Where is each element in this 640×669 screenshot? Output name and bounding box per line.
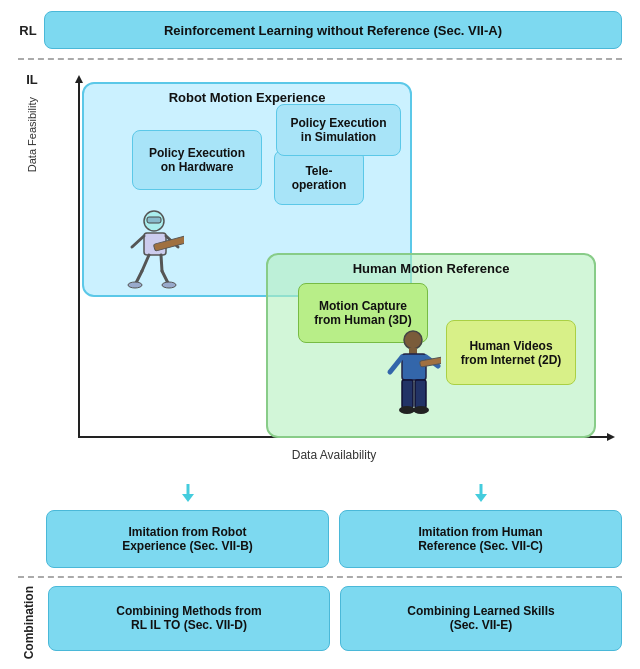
human-motion-title: Human Motion Reference (268, 261, 594, 276)
human-videos-text: Human Videos from Internet (2D) (461, 339, 562, 367)
svg-rect-13 (409, 348, 417, 354)
combining-skills-text: Combining Learned Skills (Sec. VII-E) (407, 604, 554, 632)
svg-point-12 (404, 331, 422, 349)
imitation-row: Imitation from Robot Experience (Sec. VI… (18, 510, 622, 568)
combining-methods-box: Combining Methods from RL IL TO (Sec. VI… (48, 586, 330, 651)
main-container: RL Reinforcement Learning without Refere… (0, 0, 640, 669)
svg-rect-18 (402, 380, 413, 408)
svg-marker-25 (475, 494, 487, 502)
rl-il-separator (18, 58, 622, 60)
down-arrow-icon-right (471, 484, 491, 502)
arrow-down-right (339, 484, 622, 502)
combination-row: Combining Methods from RL IL TO (Sec. VI… (40, 586, 622, 651)
svg-line-15 (390, 357, 402, 372)
svg-point-21 (413, 406, 429, 414)
svg-point-20 (399, 406, 415, 414)
y-axis (78, 78, 80, 436)
imitation-human-box: Imitation from Human Reference (Sec. VII… (339, 510, 622, 568)
combining-methods-text: Combining Methods from RL IL TO (Sec. VI… (116, 604, 261, 632)
policy-hw-text: Policy Execution on Hardware (149, 146, 245, 174)
svg-rect-1 (147, 217, 161, 223)
robot-figure (124, 209, 184, 289)
policy-sim-text: Policy Execution in Simulation (290, 116, 386, 144)
svg-line-6 (142, 255, 149, 271)
combining-skills-box: Combining Learned Skills (Sec. VII-E) (340, 586, 622, 651)
x-axis-label: Data Availability (292, 448, 377, 462)
arrow-down-left (46, 484, 329, 502)
rl-label: RL (18, 23, 38, 38)
robot-motion-title: Robot Motion Experience (84, 90, 410, 105)
chart-area: Data Availability Robot Motion Experienc… (46, 68, 622, 476)
x-axis-arrow (607, 433, 615, 441)
svg-point-11 (162, 282, 176, 288)
combo-wrapper: Combination Combining Methods from RL IL… (18, 586, 622, 659)
il-label-col: IL Data Feasibility (18, 68, 46, 476)
human-motion-box: Human Motion Reference Motion Capture fr… (266, 253, 596, 438)
imitation-robot-box: Imitation from Robot Experience (Sec. VI… (46, 510, 329, 568)
il-section: IL Data Feasibility Data Availability Ro… (18, 68, 622, 476)
human-videos-box: Human Videos from Internet (2D) (446, 320, 576, 385)
rl-box: Reinforcement Learning without Reference… (44, 11, 622, 49)
il-combo-separator (18, 576, 622, 578)
svg-line-7 (136, 271, 142, 283)
y-axis-label: Data Feasibility (26, 97, 38, 172)
il-label: IL (26, 72, 38, 87)
tele-op-text: Tele- operation (292, 164, 347, 192)
svg-marker-23 (182, 494, 194, 502)
policy-hw-box: Policy Execution on Hardware (132, 130, 262, 190)
svg-point-10 (128, 282, 142, 288)
imitation-robot-text: Imitation from Robot Experience (Sec. VI… (122, 525, 253, 553)
tele-op-box: Tele- operation (274, 150, 364, 205)
svg-line-3 (132, 236, 144, 247)
svg-line-8 (161, 255, 162, 271)
human-figure (386, 330, 441, 410)
combination-label: Combination (22, 586, 36, 659)
rl-row: RL Reinforcement Learning without Refere… (18, 10, 622, 50)
motion-capture-text: Motion Capture from Human (3D) (314, 299, 411, 327)
down-arrow-icon-left (178, 484, 198, 502)
imitation-human-text: Imitation from Human Reference (Sec. VII… (418, 525, 543, 553)
combo-label-col: Combination (18, 586, 40, 659)
svg-line-9 (162, 271, 168, 283)
policy-sim-box: Policy Execution in Simulation (276, 104, 401, 156)
svg-rect-19 (415, 380, 426, 408)
arrow-row (18, 484, 622, 502)
y-axis-arrow (75, 75, 83, 83)
